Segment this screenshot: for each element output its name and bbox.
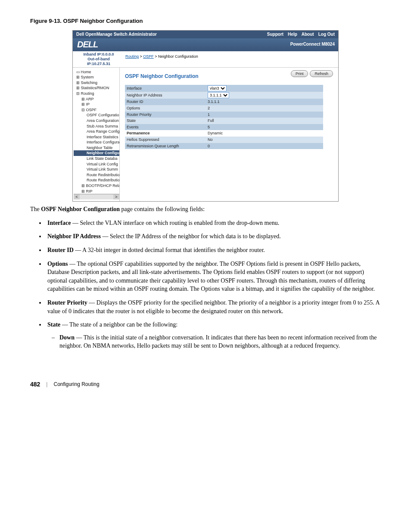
- screenshot-window: Dell OpenManage Switch Administrator Sup…: [72, 30, 339, 202]
- nav-iface-config[interactable]: Interface Configura: [74, 140, 119, 145]
- select-neighbor-ip[interactable]: 3.1.1.1: [208, 92, 229, 98]
- dell-logo: DELL: [77, 38, 98, 50]
- bullet-neighbor-ip: Neighbor IP Address — Select the IP Addr…: [46, 232, 381, 241]
- link-about[interactable]: About: [302, 31, 314, 37]
- nav-ospf[interactable]: ⊟ OSPF: [74, 107, 119, 113]
- nav-rip[interactable]: ⊞ RIP: [74, 189, 119, 194]
- page-footer: 482 | Configuring Routing: [30, 380, 381, 389]
- product-name: PowerConnect M8024: [290, 41, 335, 47]
- crumb-routing[interactable]: Routing: [125, 54, 139, 59]
- form-table: Interfacevlan3 Neighbor IP Address3.1.1.…: [125, 85, 323, 149]
- print-button[interactable]: Print: [291, 70, 308, 78]
- link-logout[interactable]: Log Out: [318, 31, 335, 37]
- label-events: Events: [125, 124, 206, 131]
- value-events: 5: [206, 124, 323, 131]
- nav-neighbor-config[interactable]: Neighbor Configu: [74, 150, 119, 156]
- top-links: Support Help About Log Out: [267, 31, 335, 37]
- label-router-priority: Router Priority: [125, 112, 206, 118]
- nav-route-redist1[interactable]: Route Redistributio: [74, 172, 119, 178]
- nav-area-config[interactable]: Area Configuration: [74, 118, 119, 124]
- bullet-interface: Interface — Select the VLAN interface on…: [46, 219, 381, 227]
- value-options: 2: [206, 105, 323, 112]
- nav-neighbor-table[interactable]: Neighbor Table: [74, 145, 119, 151]
- crumb-current: Neighbor Configuration: [158, 54, 198, 59]
- nav-home[interactable]: ▭ Home: [74, 69, 119, 75]
- title-bar: Dell OpenManage Switch Administrator Sup…: [73, 31, 338, 38]
- label-state: State: [125, 118, 206, 124]
- nav-bootp[interactable]: ⊞ BOOTP/DHCP Relay: [74, 183, 119, 189]
- page-number: 482: [30, 380, 40, 389]
- label-interface: Interface: [125, 85, 206, 92]
- nav-system[interactable]: ⊞ System: [74, 75, 119, 80]
- main-panel: Print Refresh OSPF Neighbor Configuratio…: [120, 68, 338, 202]
- value-router-priority: 1: [206, 112, 323, 118]
- value-router-id: 3.1.1.1: [206, 99, 323, 105]
- value-hellos: No: [206, 137, 323, 143]
- bullet-options: Options — The optional OSPF capabilities…: [46, 260, 381, 293]
- intro-text-c: page contains the following fields:: [120, 206, 205, 212]
- breadcrumb: Routing > OSPF > Neighbor Configuration: [120, 52, 198, 66]
- value-permanence: Dynamic: [206, 130, 323, 137]
- body-text: The OSPF Neighbor Configuration page con…: [30, 205, 381, 350]
- nav-vlink-config[interactable]: Virtual Link Config: [74, 162, 119, 167]
- label-retx: Retransmission Queue Length: [125, 143, 206, 149]
- oob-ip: Out-of-band IP:10.27.5.31: [77, 57, 120, 66]
- nav-iface-stats[interactable]: Interface Statistics: [74, 134, 119, 140]
- ip-info: Inband IP:0.0.0.0 Out-of-band IP:10.27.5…: [77, 52, 120, 66]
- intro-text-b: OSPF Neighbor Configuration: [41, 206, 120, 212]
- bullet-router-id: Router ID — A 32-bit integer in dotted d…: [46, 246, 381, 255]
- value-state: Full: [206, 118, 323, 124]
- select-interface[interactable]: vlan3: [208, 85, 227, 91]
- subbullet-down: Down — This is the initial state of a ne…: [59, 333, 381, 350]
- nav-switching[interactable]: ⊞ Switching: [74, 80, 119, 86]
- nav-area-range[interactable]: Area Range Config: [74, 129, 119, 134]
- inband-ip: Inband IP:0.0.0.0: [77, 52, 120, 57]
- nav-vlink-summ[interactable]: Virtual Link Summ: [74, 167, 119, 172]
- nav-ip[interactable]: ⊞ IP: [74, 102, 119, 107]
- nav-arp[interactable]: ⊞ ARP: [74, 96, 119, 102]
- label-options: Options: [125, 105, 206, 112]
- value-retx: 0: [206, 143, 323, 149]
- link-help[interactable]: Help: [288, 31, 297, 37]
- nav-routing[interactable]: ⊟ Routing: [74, 91, 119, 96]
- footer-divider: |: [46, 381, 47, 388]
- nav-tree[interactable]: ▭ Home ⊞ System ⊞ Switching ⊞ Statistics…: [73, 68, 120, 202]
- bullet-router-priority: Router Priority — Displays the OSPF prio…: [46, 299, 381, 315]
- label-permanence: Permanence: [125, 130, 206, 137]
- label-router-id: Router ID: [125, 99, 206, 105]
- label-neighbor-ip: Neighbor IP Address: [125, 92, 206, 99]
- nav-stats[interactable]: ⊞ Statistics/RMON: [74, 85, 119, 91]
- footer-section: Configuring Routing: [53, 381, 99, 388]
- nav-stub-area[interactable]: Stub Area Summa: [74, 124, 119, 129]
- app-title: Dell OpenManage Switch Administrator: [76, 31, 157, 37]
- link-support[interactable]: Support: [267, 31, 283, 37]
- intro-text-a: The: [30, 206, 41, 212]
- field-list: Interface — Select the VLAN interface on…: [46, 219, 381, 350]
- nav-lsdb[interactable]: Link State Databa: [74, 156, 119, 162]
- crumb-ospf[interactable]: OSPF: [143, 54, 154, 59]
- label-hellos: Hellos Suppressed: [125, 137, 206, 143]
- refresh-button[interactable]: Refresh: [310, 70, 333, 78]
- logo-bar: DELL PowerConnect M8024: [73, 38, 338, 51]
- nav-scroll-right[interactable]: >: [113, 194, 119, 199]
- figure-caption: Figure 9-13. OSPF Neighbor Configuration: [30, 17, 381, 25]
- bullet-state: State — The state of a neighbor can be t…: [46, 320, 381, 350]
- nav-scrollbar[interactable]: < >: [74, 194, 119, 199]
- nav-scroll-left[interactable]: <: [74, 194, 80, 199]
- nav-ospf-config[interactable]: OSPF Configuratio: [74, 112, 119, 118]
- nav-route-redist2[interactable]: Route Redistributio: [74, 177, 119, 183]
- ip-breadcrumb-bar: Inband IP:0.0.0.0 Out-of-band IP:10.27.5…: [73, 51, 338, 67]
